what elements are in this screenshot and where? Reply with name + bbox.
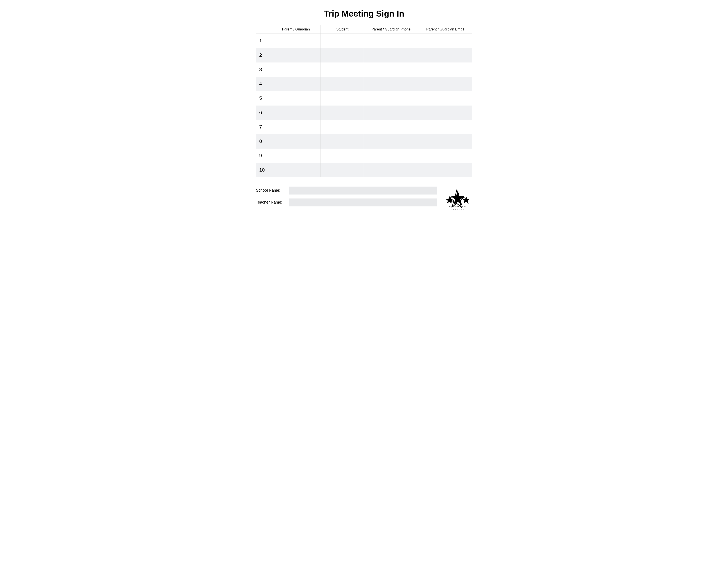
email-cell (418, 163, 472, 177)
email-cell (418, 134, 472, 148)
table-row: 9 (256, 148, 472, 163)
row-number-cell: 6 (256, 105, 271, 120)
guardian-cell (271, 34, 321, 48)
student-cell (321, 134, 364, 148)
student-cell (321, 120, 364, 134)
col-header-phone: Parent / Guardian Phone (364, 25, 418, 34)
col-header-student: Student (321, 25, 364, 34)
logo-section: SCHOOLTOURSOF A M E R I C A (443, 186, 472, 210)
school-name-label: School Name: (256, 188, 289, 193)
email-cell (418, 62, 472, 77)
guardian-cell (271, 163, 321, 177)
student-cell (321, 62, 364, 77)
phone-cell (364, 34, 418, 48)
phone-cell (364, 134, 418, 148)
row-number-cell: 9 (256, 148, 271, 163)
col-header-guardian: Parent / Guardian (271, 25, 321, 34)
student-cell (321, 48, 364, 62)
col-header-email: Parent / Guardian Email (418, 25, 472, 34)
phone-cell (364, 77, 418, 91)
guardian-cell (271, 134, 321, 148)
table-row: 10 (256, 163, 472, 177)
phone-cell (364, 163, 418, 177)
phone-cell (364, 148, 418, 163)
teacher-name-input[interactable] (289, 198, 437, 206)
row-number-cell: 7 (256, 120, 271, 134)
col-header-number (256, 25, 271, 34)
student-cell (321, 105, 364, 120)
guardian-cell (271, 48, 321, 62)
email-cell (418, 105, 472, 120)
svg-text:A M E R I C A: A M E R I C A (451, 208, 465, 210)
guardian-cell (271, 105, 321, 120)
guardian-cell (271, 77, 321, 91)
student-cell (321, 77, 364, 91)
guardian-cell (271, 148, 321, 163)
table-row: 4 (256, 77, 472, 91)
phone-cell (364, 120, 418, 134)
guardian-cell (271, 120, 321, 134)
school-name-row: School Name: (256, 186, 437, 194)
guardian-cell (271, 62, 321, 77)
row-number-cell: 8 (256, 134, 271, 148)
table-row: 2 (256, 48, 472, 62)
guardian-cell (271, 91, 321, 105)
table-row: 8 (256, 134, 472, 148)
email-cell (418, 48, 472, 62)
table-row: 6 (256, 105, 472, 120)
form-fields: School Name: Teacher Name: (256, 186, 437, 210)
teacher-name-label: Teacher Name: (256, 200, 289, 205)
school-name-input[interactable] (289, 186, 437, 194)
phone-cell (364, 48, 418, 62)
email-cell (418, 77, 472, 91)
sign-in-table: Parent / Guardian Student Parent / Guard… (256, 25, 472, 177)
student-cell (321, 148, 364, 163)
row-number-cell: 4 (256, 77, 271, 91)
phone-cell (364, 91, 418, 105)
bottom-section: School Name: Teacher Name: SCHOOLTOURSOF… (256, 186, 472, 210)
email-cell (418, 91, 472, 105)
svg-text:SCHOOLTOURSOF: SCHOOLTOURSOF (449, 206, 466, 207)
row-number-cell: 1 (256, 34, 271, 48)
student-cell (321, 34, 364, 48)
email-cell (418, 148, 472, 163)
phone-cell (364, 62, 418, 77)
student-cell (321, 91, 364, 105)
row-number-cell: 3 (256, 62, 271, 77)
page-title: Trip Meeting Sign In (256, 9, 472, 19)
school-tours-logo: SCHOOLTOURSOF A M E R I C A (445, 186, 471, 210)
phone-cell (364, 105, 418, 120)
table-row: 5 (256, 91, 472, 105)
email-cell (418, 120, 472, 134)
table-row: 7 (256, 120, 472, 134)
row-number-cell: 5 (256, 91, 271, 105)
student-cell (321, 163, 364, 177)
table-row: 3 (256, 62, 472, 77)
row-number-cell: 10 (256, 163, 271, 177)
email-cell (418, 34, 472, 48)
row-number-cell: 2 (256, 48, 271, 62)
table-row: 1 (256, 34, 472, 48)
teacher-name-row: Teacher Name: (256, 198, 437, 206)
